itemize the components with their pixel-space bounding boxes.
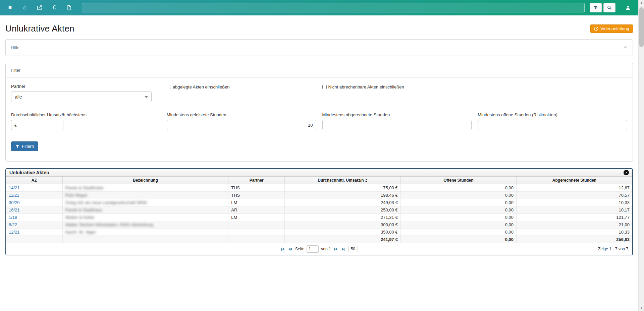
col-header-umsatz[interactable]: Durchschnittl. Umsatz/h — [285, 177, 400, 184]
filtern-button-label: Filtern — [22, 144, 34, 149]
partner-cell: LM — [228, 214, 285, 221]
abgerechnete-stunden-cell: 21,00 — [517, 221, 632, 229]
offene-stunden-cell: 0,00 — [400, 184, 516, 192]
play-circle-icon — [594, 26, 598, 31]
global-search-input[interactable] — [82, 3, 585, 12]
abgerechnete-stunden-input[interactable] — [322, 120, 472, 130]
abgelegte-akten-label: abgelegte Akten einschließen — [173, 84, 230, 89]
offene-stunden-cell: 0,00 — [400, 192, 516, 199]
checkbox-abgelegte: abgelegte Akten einschließen — [167, 84, 316, 102]
help-panel-header[interactable]: Hilfe — [6, 40, 633, 56]
von-label: von 1 — [321, 247, 331, 251]
offene-stunden-cell: 0,00 — [400, 229, 516, 236]
abgelegte-akten-checkbox[interactable] — [167, 85, 171, 89]
partner-cell — [228, 229, 285, 236]
az-link[interactable]: 30/20 — [9, 200, 20, 205]
abgerechnete-stunden-label: Mindestens abgerechnete Stunden — [322, 112, 472, 117]
title-row: Unlukrative Akten Videoanleitung — [5, 23, 633, 34]
umsatz-label: Durchschnittlicher Umsatz/h höchstens — [11, 112, 161, 117]
az-link[interactable]: 12/21 — [9, 230, 20, 235]
file-icon[interactable] — [62, 0, 76, 15]
table-row: 12/21 Nachl. W. Jäger 350,00 € 0,00 10,3… — [6, 229, 632, 236]
bezeichnung-cell: Piotr Mayer — [62, 192, 228, 199]
page-size-select[interactable]: 50 — [348, 246, 358, 252]
pagination-bar: Seite von 1 50 Zeige 1 - 7 von 7 — [6, 243, 632, 255]
filter-row-2: Durchschnittlicher Umsatz/h höchstens € … — [11, 112, 627, 130]
totals-partner-cell — [228, 236, 285, 243]
menu-icon[interactable]: ≡ — [3, 0, 17, 15]
umsatz-field: Durchschnittlicher Umsatz/h höchstens € — [11, 112, 161, 130]
page-title: Unlukrative Akten — [5, 23, 74, 34]
user-icon[interactable] — [620, 0, 636, 15]
akten-table: AZ Bezeichnung Partner Durchschnittl. Um… — [6, 177, 632, 243]
prev-page-icon[interactable] — [288, 247, 293, 251]
filter-panel-body: Partner alle abgelegte Akten einschließe… — [6, 78, 633, 161]
browser-scrollbar[interactable]: ▲ ▼ — [638, 0, 644, 311]
abgerechnete-stunden-cell: 10,33 — [517, 229, 632, 236]
seite-label: Seite — [295, 247, 304, 251]
az-link[interactable]: 16/21 — [9, 207, 20, 212]
az-cell: 12/21 — [6, 229, 62, 236]
unlukrative-akten-panel: Unlukrative Akten AZ Bezeichnung Partner… — [5, 168, 633, 255]
table-row: 16/21 Pavek & Stadthaus AR 250,00 € 0,00… — [6, 206, 632, 214]
home-icon[interactable]: ⌂ — [17, 0, 32, 15]
scroll-down-icon[interactable]: ▼ — [639, 305, 644, 311]
abgerechnete-stunden-cell: 12,67 — [517, 184, 632, 192]
filter-panel-header: Filter — [6, 63, 633, 78]
umsatz-cell: 271,31 € — [285, 214, 400, 221]
az-cell: 30/20 — [6, 199, 62, 206]
az-cell: 11/21 — [6, 192, 62, 199]
partner-cell: THS — [228, 192, 285, 199]
col-header-az[interactable]: AZ — [6, 177, 62, 184]
video-tutorial-button[interactable]: Videoanleitung — [590, 24, 633, 33]
umsatz-input[interactable] — [20, 120, 63, 130]
partner-cell: THS — [228, 184, 285, 192]
geleistete-stunden-input[interactable] — [167, 120, 316, 130]
umsatz-cell: 198,46 € — [285, 192, 400, 199]
external-link-icon[interactable] — [32, 0, 47, 15]
totals-row: 241,97 € 0,00 256,83 — [6, 236, 632, 243]
first-page-icon[interactable] — [280, 247, 285, 251]
table-row: 30/20 Grieg-AG als neue Landgesellschaft… — [6, 199, 632, 206]
table-row: 1/18 Weber & Keller LM 271,31 € 0,00 121… — [6, 214, 632, 221]
totals-abgerechnete-cell: 256,83 — [517, 236, 632, 243]
geleistete-stunden-label: Mindestens geleistete Stunden — [167, 112, 316, 117]
col-header-offene[interactable]: Offene Stunden — [400, 177, 516, 184]
col-header-partner[interactable]: Partner — [228, 177, 285, 184]
app-root: ≡ ⌂ € Unlukrative Akten Videoanleitung — [0, 0, 638, 255]
az-link[interactable]: 11/21 — [9, 193, 19, 198]
bezeichnung-cell: Nachl. W. Jäger — [62, 229, 228, 236]
col-header-bezeichnung[interactable]: Bezeichnung — [62, 177, 228, 184]
offene-stunden-cell: 0,00 — [400, 221, 516, 229]
scrollbar-thumb[interactable] — [639, 7, 644, 47]
help-panel-title: Hilfe — [11, 45, 19, 50]
az-link[interactable]: 14/21 — [9, 185, 20, 190]
offene-stunden-input[interactable] — [478, 120, 627, 130]
collapse-up-icon[interactable] — [624, 170, 629, 175]
sort-icon — [365, 179, 368, 182]
next-page-icon[interactable] — [333, 247, 338, 251]
partner-cell: AR — [228, 206, 285, 214]
totals-umsatz-cell: 241,97 € — [285, 236, 400, 243]
bezeichnung-cell: Pavek & Stadthaus — [62, 206, 228, 214]
page-number-input[interactable] — [307, 245, 319, 253]
umsatz-cell: 250,00 € — [285, 206, 400, 214]
scroll-up-icon[interactable]: ▲ — [639, 0, 644, 6]
offene-stunden-cell: 0,00 — [400, 206, 516, 214]
chevron-down-icon — [145, 96, 148, 98]
euro-icon[interactable]: € — [47, 0, 62, 15]
last-page-icon[interactable] — [341, 247, 346, 251]
offene-stunden-label: Mindestens offene Stunden (Risikoakten) — [478, 112, 627, 117]
filtern-button[interactable]: Filtern — [11, 141, 38, 151]
az-link[interactable]: 8/22 — [9, 222, 17, 227]
top-navbar: ≡ ⌂ € — [0, 0, 638, 15]
table-row: 14/21 Pavek & Stadlhuber THS 75,00 € 0,0… — [6, 184, 632, 192]
partner-select[interactable]: alle — [11, 91, 152, 102]
filter-funnel-icon[interactable] — [590, 3, 602, 12]
az-link[interactable]: 1/18 — [9, 215, 17, 220]
search-icon[interactable] — [603, 3, 615, 12]
bezeichnung-cell: Weber & Keller — [62, 214, 228, 221]
col-header-abgerechnete[interactable]: Abgerechnete Stunden — [517, 177, 632, 184]
table-row: 8/22 Walter Teichert-Wiesbaden, KWG Abwi… — [6, 221, 632, 229]
nicht-abrechenbare-checkbox[interactable] — [322, 85, 327, 89]
